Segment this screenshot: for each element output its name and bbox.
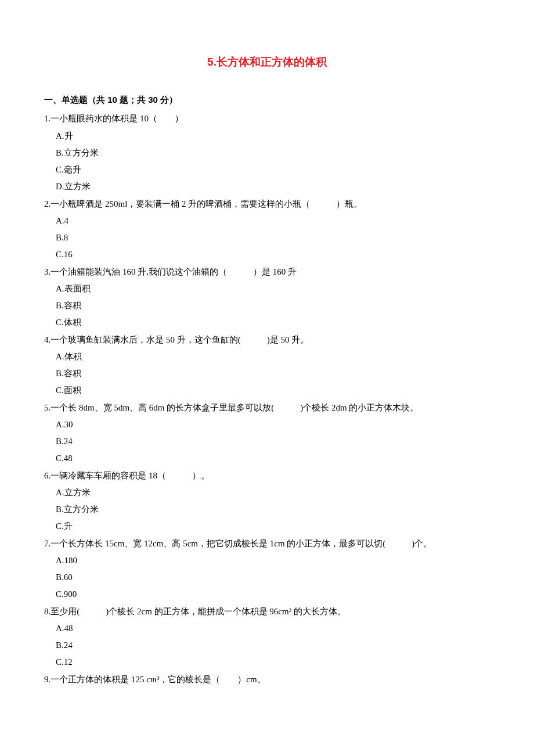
option-b: B.24 — [44, 433, 490, 450]
option-b: B.8 — [44, 229, 490, 246]
option-b: B.60 — [44, 569, 490, 586]
option-b: B.立方分米 — [44, 501, 490, 518]
option-b: B.立方分米 — [44, 145, 490, 161]
option-a: A.表面积 — [44, 280, 490, 297]
option-c: C.12 — [44, 654, 490, 671]
section-header: 一、单选题（共 10 题；共 30 分） — [44, 91, 490, 108]
question-4: 4.一个玻璃鱼缸装满水后，水是 50 升，这个鱼缸的( )是 50 升。 A.体… — [44, 332, 490, 399]
option-b: B.24 — [44, 637, 490, 654]
question-text: 6.一辆冷藏车车厢的容积是 18（ ）。 — [44, 467, 490, 484]
question-text: 7.一个长方体长 15cm、宽 12cm、高 5cm，把它切成棱长是 1cm 的… — [44, 535, 490, 552]
page-title: 5.长方体和正方体的体积 — [44, 51, 490, 73]
question-text: 5.一个长 8dm、宽 5dm、高 6dm 的长方体盒子里最多可以放( )个棱长… — [44, 399, 490, 416]
question-text: 4.一个玻璃鱼缸装满水后，水是 50 升，这个鱼缸的( )是 50 升。 — [44, 332, 490, 348]
option-c: C.升 — [44, 518, 490, 535]
question-text: 9.一个正方体的体积是 125 cm³，它的棱长是（ ）cm。 — [44, 671, 490, 688]
option-c: C.面积 — [44, 382, 490, 399]
question-1: 1.一小瓶眼药水的体积是 10（ ） A.升 B.立方分米 C.毫升 D.立方米 — [44, 110, 490, 195]
option-a: A.30 — [44, 416, 490, 433]
question-6: 6.一辆冷藏车车厢的容积是 18（ ）。 A.立方米 B.立方分米 C.升 — [44, 467, 490, 535]
option-a: A.升 — [44, 128, 490, 145]
option-a: A.立方米 — [44, 484, 490, 501]
option-c: C.毫升 — [44, 161, 490, 178]
question-2: 2.一小瓶啤酒是 250ml，要装满一桶 2 升的啤酒桶，需要这样的小瓶（ ）瓶… — [44, 196, 490, 264]
question-text: 1.一小瓶眼药水的体积是 10（ ） — [44, 110, 490, 127]
option-b: B.容积 — [44, 365, 490, 382]
option-a: A.4 — [44, 213, 490, 229]
question-5: 5.一个长 8dm、宽 5dm、高 6dm 的长方体盒子里最多可以放( )个棱长… — [44, 399, 490, 467]
question-7: 7.一个长方体长 15cm、宽 12cm、高 5cm，把它切成棱长是 1cm 的… — [44, 535, 490, 603]
question-text-prefix: 9.一个正方体的体积是 125 — [44, 675, 146, 684]
option-a: A.体积 — [44, 348, 490, 365]
question-text: 3.一个油箱能装汽油 160 升,我们说这个油箱的（ ）是 160 升 — [44, 264, 490, 280]
option-c: C.48 — [44, 450, 490, 467]
option-a: A.48 — [44, 620, 490, 637]
option-b: B.容积 — [44, 297, 490, 314]
option-c: C.900 — [44, 586, 490, 603]
option-c: C.16 — [44, 246, 490, 263]
question-9: 9.一个正方体的体积是 125 cm³，它的棱长是（ ）cm。 — [44, 671, 490, 688]
question-text-suffix: ，它的棱长是（ ）cm。 — [159, 675, 265, 684]
question-text: 2.一小瓶啤酒是 250ml，要装满一桶 2 升的啤酒桶，需要这样的小瓶（ ）瓶… — [44, 196, 490, 213]
option-a: A.180 — [44, 552, 490, 569]
question-3: 3.一个油箱能装汽油 160 升,我们说这个油箱的（ ）是 160 升 A.表面… — [44, 264, 490, 332]
option-d: D.立方米 — [44, 178, 490, 195]
question-8: 8.至少用( )个棱长 2cm 的正方体，能拼成一个体积是 96cm³ 的大长方… — [44, 603, 490, 671]
option-c: C.体积 — [44, 314, 490, 331]
question-text-italic: cm³ — [146, 675, 159, 684]
question-text: 8.至少用( )个棱长 2cm 的正方体，能拼成一个体积是 96cm³ 的大长方… — [44, 603, 490, 620]
